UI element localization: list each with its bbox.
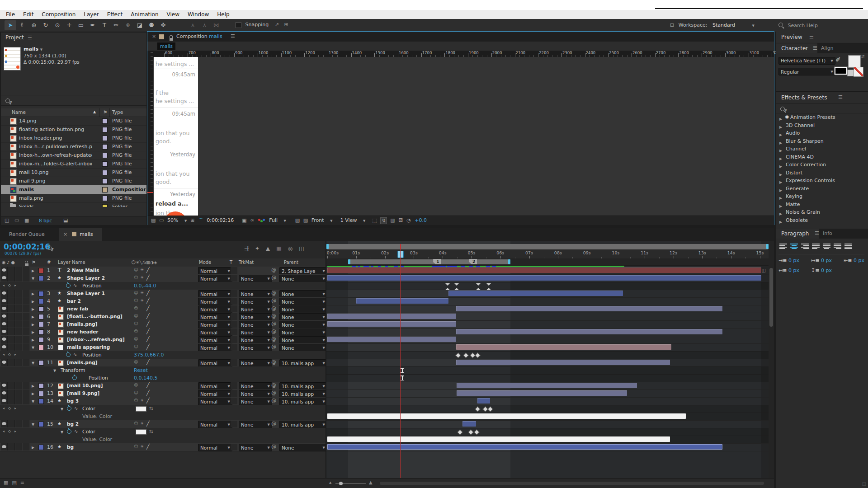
layer-bar[interactable]: [456, 306, 722, 311]
property-graph-row[interactable]: [326, 405, 769, 413]
parent-pickwhip-icon[interactable]: @: [271, 382, 276, 388]
eye-icon[interactable]: [2, 345, 6, 348]
eye-icon[interactable]: [2, 361, 6, 364]
quality-icon[interactable]: ╱: [146, 290, 150, 296]
add-keyframe-icon[interactable]: ◇: [8, 352, 11, 357]
shy-icon[interactable]: ☺: [134, 321, 138, 326]
property-graph-row[interactable]: [326, 436, 769, 444]
work-area-bar[interactable]: [348, 259, 510, 264]
keyframe-diamond[interactable]: [487, 406, 493, 412]
timeline-zoom-slider[interactable]: [335, 483, 366, 484]
layer-duration-row[interactable]: [326, 290, 769, 298]
parent-pickwhip-icon[interactable]: @: [271, 298, 276, 304]
effects-category-row[interactable]: ▶Distort: [776, 169, 868, 177]
eye-icon[interactable]: [2, 399, 6, 402]
av-cell[interactable]: [23, 328, 29, 335]
layer-name[interactable]: [mails.png]: [67, 321, 130, 327]
menu-edit[interactable]: Edit: [19, 10, 38, 19]
mode-select[interactable]: Normal▼: [198, 328, 232, 336]
property-row[interactable]: Position0.0,140.5: [0, 374, 326, 382]
mode-select[interactable]: Normal▼: [198, 421, 232, 428]
property-value[interactable]: 375.0,667.0: [134, 352, 164, 358]
av-cell[interactable]: [15, 267, 22, 274]
av-cell[interactable]: [23, 359, 29, 366]
layer-duration-row[interactable]: [326, 274, 769, 282]
eye-icon[interactable]: [2, 445, 6, 448]
parent-select[interactable]: 10. mails app▼: [279, 390, 327, 398]
tab-align[interactable]: Align: [821, 45, 834, 51]
property-label[interactable]: Color: [82, 429, 95, 435]
layer-expander-icon[interactable]: ▶: [32, 307, 34, 311]
pen-tool[interactable]: ✒: [87, 20, 99, 30]
zoom-tool[interactable]: ⊕: [28, 20, 40, 30]
quality-icon[interactable]: ╱: [146, 398, 150, 404]
item-name[interactable]: floating-action-button.png: [19, 125, 92, 134]
layer-duration-row[interactable]: [326, 397, 769, 405]
indent-left-value[interactable]: 0 px: [788, 258, 799, 263]
shy-icon[interactable]: ☺: [134, 444, 138, 449]
video-toggle[interactable]: [1, 343, 8, 351]
shy-icon[interactable]: ☺: [134, 337, 138, 341]
quality-icon[interactable]: ╱: [146, 344, 150, 350]
brush-tool[interactable]: ✏: [110, 20, 122, 30]
eye-icon[interactable]: [2, 276, 6, 279]
eye-icon[interactable]: [2, 314, 6, 318]
value-bar[interactable]: [327, 436, 670, 442]
av-cell[interactable]: [23, 382, 29, 389]
transparency-grid-icon[interactable]: ▨: [303, 217, 308, 223]
layer-color-swatch[interactable]: [38, 399, 44, 404]
property-label[interactable]: Color: [82, 406, 95, 412]
quality-icon[interactable]: ╱: [146, 390, 150, 396]
layer-row[interactable]: ▶6[floati...-button.png]☺╱Normal▼None▼@N…: [0, 313, 326, 321]
shape-tool[interactable]: ▭: [75, 20, 87, 30]
zoom-out-mountain-icon[interactable]: ▲: [329, 481, 331, 484]
label-color-swatch[interactable]: [102, 204, 108, 207]
collapse-transforms-icon[interactable]: ☀: [140, 398, 144, 403]
video-toggle[interactable]: [1, 389, 8, 397]
layer-name[interactable]: bg: [67, 444, 130, 450]
layer-row[interactable]: ▼14★bg 3☺☀╱Normal▼None▼@10. mails app▼: [0, 397, 326, 405]
item-name[interactable]: inbox header.png: [19, 134, 92, 142]
trkmat-select[interactable]: None▼: [239, 298, 272, 305]
layer-row[interactable]: ▼11[mails.png]☺╱Normal▼None▼@10. mails a…: [0, 359, 326, 367]
panel-menu-icon[interactable]: ☰: [813, 45, 817, 51]
parent-select[interactable]: 10. mails app▼: [279, 359, 327, 367]
layer-row[interactable]: ▶12[mail 10.png]☺╱Normal▼None▼@10. mails…: [0, 382, 326, 390]
layer-row[interactable]: ▶7[mails.png]☺╱Normal▼None▼@None▼: [0, 320, 326, 328]
project-item-row[interactable]: inbox-m...folder-G-alert-inbox.pngPNG fi…: [1, 160, 146, 169]
property-label[interactable]: Position: [89, 375, 108, 381]
mode-select[interactable]: Normal▼: [198, 359, 232, 367]
layer-row[interactable]: ▼10mails appearing☺╱Normal▼None▼@None▼: [0, 343, 326, 352]
item-name[interactable]: inbox-m...folder-G-alert-inbox.png: [19, 160, 92, 168]
t-toggle[interactable]: [231, 398, 237, 404]
t-toggle[interactable]: [231, 390, 237, 397]
video-toggle[interactable]: [1, 297, 8, 305]
av-cell[interactable]: [8, 305, 15, 312]
stopwatch-icon[interactable]: [67, 406, 71, 412]
eyedropper-icon[interactable]: ✐: [835, 56, 841, 63]
trkmat-select[interactable]: None▼: [239, 321, 272, 328]
effects-category-row[interactable]: ▶Expression Controls: [776, 177, 868, 184]
pixel-aspect-icon[interactable]: ⬚: [372, 217, 377, 223]
property-row[interactable]: ◂◇▸∿Position375.0,667.0: [0, 351, 326, 359]
av-cell[interactable]: [8, 297, 15, 305]
property-row[interactable]: ◂◇▸∿Position0.0,-44.0: [0, 282, 326, 290]
property-label[interactable]: Position: [82, 283, 102, 289]
collapse-transforms-icon[interactable]: ☀: [140, 444, 144, 449]
fast-previews-icon[interactable]: ↯: [380, 217, 387, 224]
new-composition-icon[interactable]: ▦: [24, 217, 29, 223]
first-line-indent-value[interactable]: 0 px: [821, 258, 832, 263]
layer-color-swatch[interactable]: [38, 299, 44, 304]
column-t[interactable]: T: [230, 260, 232, 265]
video-toggle[interactable]: [1, 443, 8, 450]
layer-color-swatch[interactable]: [38, 329, 44, 335]
t-toggle[interactable]: [231, 328, 237, 335]
collapse-transforms-icon[interactable]: ☀: [140, 275, 144, 280]
item-name[interactable]: 14.png: [19, 117, 92, 125]
quality-icon[interactable]: ╱: [146, 421, 150, 427]
project-item-row[interactable]: ▶SolidsFolder: [1, 202, 146, 207]
layer-bar[interactable]: [327, 314, 456, 319]
shy-icon[interactable]: ☺: [134, 398, 138, 403]
layer-duration-row[interactable]: [326, 328, 769, 336]
label-column-icon[interactable]: ⚑: [103, 109, 107, 115]
